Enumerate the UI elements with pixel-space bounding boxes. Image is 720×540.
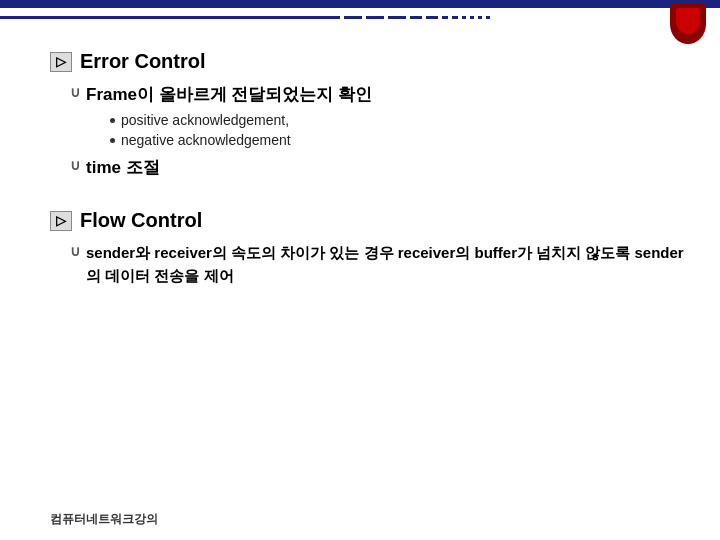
error-control-icon: ▷ (50, 52, 72, 72)
sender-receiver-label: sender와 receiver의 속도의 차이가 있는 경우 receiver… (86, 242, 690, 287)
main-content: ▷ Error Control ∪ Frame이 올바르게 전달되었는지 확인 … (50, 50, 690, 480)
list-item: positive acknowledgement, (110, 112, 690, 128)
frame-check-bullets: positive acknowledgement, negative ackno… (110, 112, 690, 148)
time-subsection: ∪ time 조절 (70, 156, 690, 179)
list-item: negative acknowledgement (110, 132, 690, 148)
flow-control-label: Flow Control (80, 209, 202, 232)
university-logo (670, 4, 710, 44)
bullet-dot-icon (110, 118, 115, 123)
frame-check-title: ∪ Frame이 올바르게 전달되었는지 확인 (70, 83, 690, 106)
frame-check-arrow: ∪ (70, 84, 80, 100)
time-arrow: ∪ (70, 157, 80, 173)
bullet-dot-icon (110, 138, 115, 143)
time-title: ∪ time 조절 (70, 156, 690, 179)
flow-control-icon: ▷ (50, 211, 72, 231)
top-bar (0, 0, 720, 8)
frame-check-subsection: ∪ Frame이 올바르게 전달되었는지 확인 positive acknowl… (70, 83, 690, 148)
flow-control-title: ▷ Flow Control (50, 209, 690, 232)
sender-receiver-title: ∪ sender와 receiver의 속도의 차이가 있는 경우 receiv… (70, 242, 690, 287)
sender-receiver-arrow: ∪ (70, 243, 80, 259)
time-label: time 조절 (86, 156, 160, 179)
error-control-section: ▷ Error Control ∪ Frame이 올바르게 전달되었는지 확인 … (50, 50, 690, 179)
frame-check-label: Frame이 올바르게 전달되었는지 확인 (86, 83, 372, 106)
flow-control-section: ▷ Flow Control ∪ sender와 receiver의 속도의 차… (50, 209, 690, 287)
error-control-label: Error Control (80, 50, 206, 73)
bullet-positive: positive acknowledgement, (121, 112, 289, 128)
deco-line (0, 14, 720, 20)
error-control-title: ▷ Error Control (50, 50, 690, 73)
bullet-negative: negative acknowledgement (121, 132, 291, 148)
footer-label: 컴퓨터네트워크강의 (50, 511, 158, 528)
sender-receiver-subsection: ∪ sender와 receiver의 속도의 차이가 있는 경우 receiv… (70, 242, 690, 287)
